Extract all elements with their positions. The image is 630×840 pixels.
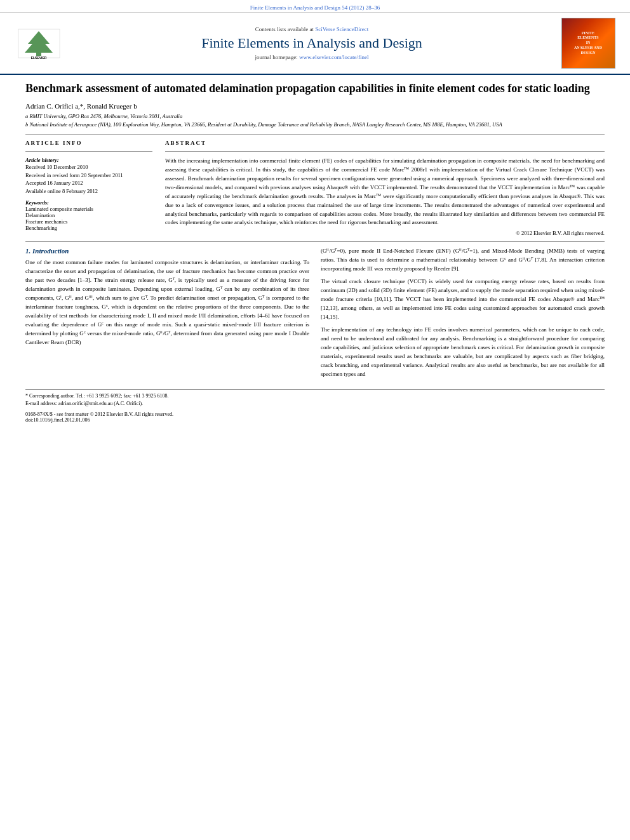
keywords-label: Keywords: bbox=[25, 199, 152, 206]
keyword-4: Benchmarking bbox=[25, 225, 152, 231]
corresponding-author: * Corresponding author. Tel.: +61 3 9925… bbox=[25, 392, 605, 400]
divider bbox=[25, 134, 605, 135]
journal-homepage: journal homepage: www.elsevier.com/locat… bbox=[255, 54, 369, 60]
footer-doi: doi:10.1016/j.finel.2012.01.006 bbox=[25, 417, 605, 423]
abstract-col: Abstract With the increasing implementat… bbox=[165, 140, 605, 237]
keyword-3: Fracture mechanics bbox=[25, 218, 152, 225]
journal-title: Finite Elements in Analysis and Design bbox=[201, 35, 422, 51]
homepage-link[interactable]: www.elsevier.com/locate/finel bbox=[299, 54, 368, 60]
intro-para3: The virtual crack closure technique (VCC… bbox=[321, 277, 605, 322]
elsevier-logo: ELSEVIER bbox=[15, 26, 63, 61]
history-block: Article history: Received 10 December 20… bbox=[25, 157, 152, 196]
affiliation-a: a RMIT University, GPO Box 2476, Melbour… bbox=[25, 112, 605, 121]
sciverse-link[interactable]: SciVerse ScienceDirect bbox=[315, 26, 368, 32]
history-label: Article history: bbox=[25, 157, 152, 163]
top-bar: Finite Elements in Analysis and Design 5… bbox=[0, 0, 630, 13]
available-text: Available online 8 February 2012 bbox=[25, 187, 152, 196]
affiliation-b: b National Institute of Aerospace (NIA),… bbox=[25, 121, 605, 129]
article-info-heading: Article Info bbox=[25, 140, 152, 146]
journal-ref: Finite Elements in Analysis and Design 5… bbox=[250, 4, 380, 11]
affiliations: a RMIT University, GPO Box 2476, Melbour… bbox=[25, 112, 605, 129]
intro-para2: (Gᴵᴵ/Gᵀ=0), pure mode II End-Notched Fle… bbox=[321, 247, 605, 274]
keyword-2: Delamination bbox=[25, 212, 152, 218]
abstract-divider bbox=[165, 151, 605, 152]
page-wrapper: Finite Elements in Analysis and Design 5… bbox=[0, 0, 630, 840]
received-text: Received 10 December 2010 bbox=[25, 163, 152, 171]
main-content: Benchmark assessment of automated delami… bbox=[0, 75, 630, 429]
accepted-text: Accepted 16 January 2012 bbox=[25, 179, 152, 187]
sciverse-text: Contents lists available at SciVerse Sci… bbox=[255, 26, 369, 32]
keyword-1: Laminated composite materials bbox=[25, 206, 152, 212]
intro-para1: One of the most common failure modes for… bbox=[25, 258, 309, 347]
footnote-area: * Corresponding author. Tel.: +61 3 9925… bbox=[25, 389, 605, 408]
article-info-col: Article Info Article history: Received 1… bbox=[25, 140, 152, 237]
body-col-right: (Gᴵᴵ/Gᵀ=0), pure mode II End-Notched Fle… bbox=[321, 247, 605, 382]
journal-cover: FINITEELEMENTSINANALYSIS ANDDESIGN bbox=[561, 18, 615, 69]
header-left: ELSEVIER bbox=[10, 18, 67, 69]
svg-text:ELSEVIER: ELSEVIER bbox=[30, 56, 46, 60]
intro-title: 1. Introduction bbox=[25, 247, 309, 255]
cover-text: FINITEELEMENTSINANALYSIS ANDDESIGN bbox=[574, 31, 602, 56]
header-area: ELSEVIER Contents lists available at Sci… bbox=[0, 13, 630, 75]
keywords-section: Keywords: Laminated composite materials … bbox=[25, 199, 152, 231]
article-title: Benchmark assessment of automated delami… bbox=[25, 81, 605, 96]
header-right: FINITEELEMENTSINANALYSIS ANDDESIGN bbox=[556, 18, 620, 69]
footer-license: 0168-874X/$ - see front matter © 2012 El… bbox=[25, 411, 605, 417]
header-center: Contents lists available at SciVerse Sci… bbox=[67, 18, 556, 69]
info-divider bbox=[25, 151, 152, 152]
body-section: 1. Introduction One of the most common f… bbox=[25, 247, 605, 382]
intro-para4: The implementation of any technology int… bbox=[321, 326, 605, 379]
email: E-mail address: adrian.orifici@rmit.edu.… bbox=[25, 400, 605, 408]
abstract-heading: Abstract bbox=[165, 140, 605, 146]
body-col-left: 1. Introduction One of the most common f… bbox=[25, 247, 309, 382]
copyright-line: © 2012 Elsevier B.V. All rights reserved… bbox=[165, 230, 605, 236]
body-divider bbox=[25, 241, 605, 242]
received-revised-text: Received in revised form 20 September 20… bbox=[25, 171, 152, 180]
authors: Adrian C. Orifici a,*, Ronald Krueger b bbox=[25, 102, 605, 110]
abstract-text: With the increasing implementation into … bbox=[165, 157, 605, 228]
article-info-abstract: Article Info Article history: Received 1… bbox=[25, 140, 605, 237]
